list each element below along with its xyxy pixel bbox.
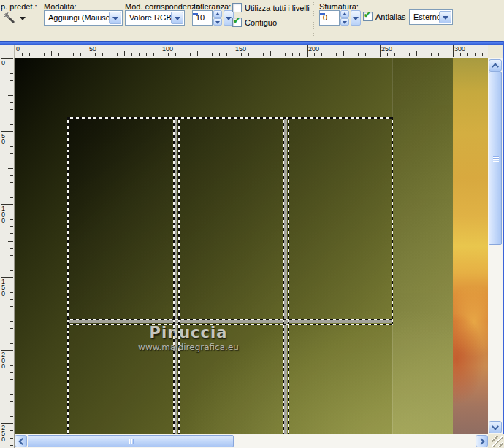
ruler-tick (161, 45, 161, 57)
ruler-tick (10, 299, 13, 300)
watermark-url: www.maidiregrafica.eu (86, 342, 291, 352)
ruler-tick (10, 263, 13, 263)
vertical-scrollbar[interactable] (488, 58, 503, 434)
scroll-right-button[interactable] (476, 435, 488, 447)
ruler-tick (10, 358, 13, 358)
match-mode-dropdown-button[interactable] (171, 12, 183, 24)
ruler-tick (153, 53, 154, 56)
ruler-tick (8, 241, 13, 242)
ruler-tick (409, 53, 410, 56)
tolerance-spin-up-button[interactable] (213, 10, 222, 18)
ruler-tick (88, 45, 88, 57)
ruler-tick (10, 343, 13, 344)
ruler-tick (124, 51, 125, 56)
ruler-tick (175, 53, 176, 56)
frame-cell-bottom-right (289, 325, 392, 434)
ruler-label: 100 (162, 45, 173, 53)
vertical-ruler: 05 01 0 01 5 02 0 02 5 0 (0, 58, 15, 448)
ruler-tick (314, 53, 315, 56)
ruler-tick (10, 328, 13, 329)
frame-cell-top-left (69, 119, 172, 319)
ruler-tick (15, 45, 15, 57)
image-canvas[interactable]: Pinuccia www.maidiregrafica.eu (15, 58, 488, 434)
ruler-tick (10, 139, 13, 139)
ruler-tick (131, 53, 132, 56)
feather-spin-up-button[interactable] (340, 10, 349, 18)
ruler-label: 200 (308, 45, 319, 53)
ruler-tick (475, 53, 476, 56)
ruler-tick (10, 255, 13, 256)
tolerance-field[interactable]: 10 (192, 10, 213, 26)
ruler-tick (10, 197, 13, 198)
selection-marquee-divider1-right (178, 117, 180, 434)
scroll-up-button[interactable] (489, 59, 502, 72)
ruler-tick (110, 53, 110, 56)
antialias-type-dropdown-button[interactable] (439, 11, 451, 23)
ruler-tick (307, 45, 308, 57)
ruler-tick (10, 248, 13, 249)
chevron-down-icon (175, 17, 180, 20)
checkbox-box[interactable] (232, 3, 242, 12)
ruler-tick (329, 53, 329, 56)
ruler-tick (29, 53, 30, 56)
ruler-tick (336, 53, 337, 56)
ruler-label: 5 0 (1, 133, 5, 144)
selection-marquee-right (392, 117, 393, 325)
ruler-label: 1 5 0 (1, 279, 5, 296)
ruler-tick (467, 53, 468, 56)
ruler-tick (190, 53, 191, 56)
ruler-label: 150 (235, 45, 246, 53)
scroll-down-button[interactable] (489, 421, 502, 433)
match-mode-dropdown[interactable]: Valore RGB (125, 10, 185, 26)
edit-indicator (320, 13, 325, 15)
toolbar-separator (38, 2, 41, 37)
horizontal-scrollbar-thumb[interactable] (28, 435, 234, 447)
mode-dropdown[interactable]: Aggiungi (Maiusc) (44, 10, 123, 26)
frame-cell-top-middle (180, 119, 282, 319)
preset-picker[interactable] (2, 11, 27, 27)
tolerance-spin-down-button[interactable] (213, 18, 222, 26)
check-mark-icon: ✔ (364, 9, 371, 20)
ruler-tick (10, 365, 13, 366)
ruler-tick (8, 95, 13, 96)
ruler-tick (10, 394, 13, 395)
ruler-label: 0 (16, 45, 20, 53)
mode-dropdown-button[interactable] (109, 12, 121, 24)
feather-field[interactable]: 0 (319, 10, 340, 26)
vertical-scrollbar-thumb[interactable] (489, 72, 502, 245)
antialias-type-value: Esterno (413, 12, 441, 21)
ruler-tick (10, 285, 13, 285)
ruler-tick (10, 292, 13, 293)
ruler-tick (197, 51, 198, 56)
tolerance-spinbox[interactable]: 10 (192, 10, 234, 26)
window-resize-grip[interactable] (488, 434, 504, 448)
app-window: p. predef.: Modalità: Aggiungi (Maiusc) … (0, 0, 504, 448)
chevron-down-icon (443, 16, 448, 20)
ruler-tick (438, 53, 439, 56)
preset-dropdown-arrow-icon[interactable] (20, 17, 26, 20)
horizontal-ruler: 050100150200250300 (15, 45, 488, 58)
contiguous-label: Contiguo (245, 18, 277, 27)
arrow-down-icon (343, 21, 347, 24)
feather-slider-button[interactable] (351, 10, 361, 26)
chevron-down-icon (492, 422, 499, 430)
scroll-left-button[interactable] (15, 435, 27, 447)
ruler-tick (10, 175, 13, 176)
ruler-label: 300 (454, 45, 465, 53)
ruler-tick (460, 53, 461, 56)
selection-marquee-row-divider-top (67, 319, 393, 320)
ruler-tick (380, 45, 381, 57)
grid-line-vertical-2 (284, 119, 287, 434)
magic-wand-icon (2, 11, 18, 26)
ruler-tick (365, 53, 366, 56)
ruler-tick (453, 45, 454, 57)
ruler-tick (10, 66, 13, 66)
feather-spin-down-button[interactable] (340, 18, 349, 26)
ruler-tick (10, 219, 13, 220)
ruler-tick (482, 53, 483, 56)
ruler-tick (8, 387, 13, 387)
horizontal-scrollbar[interactable] (15, 434, 488, 448)
antialias-type-dropdown[interactable]: Esterno (409, 9, 453, 25)
ruler-tick (10, 109, 13, 110)
feather-spinbox[interactable]: 0 (319, 10, 362, 26)
